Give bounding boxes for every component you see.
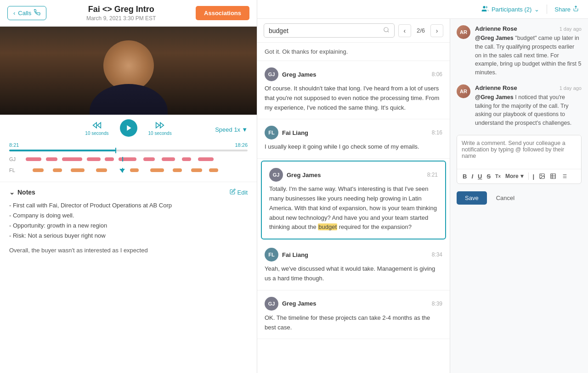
total-time: 18:26	[235, 142, 248, 148]
share-button[interactable]: Share	[554, 6, 579, 13]
gj-label: GJ	[9, 156, 17, 162]
chevron-down-icon: ▼	[242, 126, 248, 133]
transcript-scroll[interactable]: Got it. Ok thanks for explaining. GJ Gre…	[257, 43, 450, 373]
svg-point-7	[384, 28, 388, 32]
associations-button[interactable]: Associations	[196, 6, 249, 20]
participants-button[interactable]: Participants (2) ⌄	[481, 5, 539, 14]
transcript-item-1: GJ Greg James 8:06 Of course. It shouldn…	[257, 61, 450, 119]
svg-marker-1	[97, 122, 101, 128]
fl-seg-6	[150, 168, 164, 172]
avatar-fl-2: FL	[265, 126, 278, 139]
video-area	[0, 27, 257, 115]
progress-thumb	[115, 148, 116, 153]
right-panel: Participants (2) ⌄ Share ‹	[257, 0, 588, 373]
avatar-gj-5: GJ	[265, 297, 278, 311]
transcript-item-2: FL Fai Liang 8:16 I usually keep it goin…	[257, 119, 450, 159]
fl-seg-7	[173, 168, 182, 172]
comment-block-2: AR Adrienne Rose 1 day ago @Greg James I…	[457, 84, 582, 128]
msg-header-5: GJ Greg James 8:39	[265, 297, 442, 311]
cancel-button[interactable]: Cancel	[491, 191, 520, 205]
msg-name-1: Greg James	[282, 71, 428, 78]
gj-seg-1	[26, 157, 42, 161]
next-result-button[interactable]: ›	[430, 24, 443, 37]
search-bar: ‹ 2/6 ›	[257, 19, 450, 43]
gj-track	[21, 157, 248, 161]
highlight-budget: budget	[318, 223, 337, 230]
note-line-4: - Risk: Not a serious buyer right now	[9, 231, 248, 241]
gj-segments	[21, 157, 248, 161]
avatar-gj-3: GJ	[269, 168, 283, 182]
note-overall: Overall, the buyer wasn't as interested …	[9, 245, 248, 256]
plain-message: Got it. Ok thanks for explaining.	[257, 43, 450, 61]
chevron-left-icon: ‹	[13, 10, 15, 17]
notes-header: ⌄ Notes Edit	[9, 189, 248, 196]
chevron-down-icon-notes: ⌄	[9, 189, 15, 196]
speed-button[interactable]: Speed 1x ▼	[215, 126, 248, 133]
chevron-down-icon-participants: ⌄	[534, 6, 539, 13]
call-title: Fai <> Greg Intro	[54, 5, 188, 14]
image-button[interactable]	[537, 172, 547, 180]
list-button[interactable]	[559, 172, 569, 180]
search-input[interactable]	[269, 27, 380, 34]
svg-line-8	[388, 31, 389, 33]
call-title-block: Fai <> Greg Intro March 9, 2021 3:30 PM …	[54, 5, 188, 22]
note-line-3: - Opportunity: growth in a new region	[9, 221, 248, 231]
commenter-name-1: Adrienne Rose	[475, 25, 517, 32]
notes-title: ⌄ Notes	[9, 189, 35, 196]
svg-marker-0	[93, 122, 97, 128]
play-button[interactable]	[120, 119, 137, 137]
fl-seg-1	[33, 168, 44, 172]
phone-icon	[34, 9, 40, 17]
avatar-gj-1: GJ	[265, 67, 278, 81]
comment-textarea[interactable]	[457, 135, 581, 167]
save-button[interactable]: Save	[457, 191, 487, 205]
gj-playhead	[122, 157, 123, 161]
fl-seg-4	[96, 168, 107, 172]
playback-controls: 10 seconds 10 seconds	[85, 119, 171, 137]
comment-body-2: Adrienne Rose 1 day ago @Greg James I no…	[475, 84, 582, 128]
avatar-ar-2: AR	[457, 84, 470, 98]
avatar-fl-4: FL	[265, 248, 278, 262]
msg-header-3: GJ Greg James 8:21	[269, 168, 438, 182]
calls-button[interactable]: ‹ Calls	[7, 6, 46, 20]
avatar-ar-1: AR	[457, 25, 470, 39]
italic-button[interactable]: I	[469, 172, 475, 181]
more-format-button[interactable]: More ▼	[503, 172, 527, 180]
msg-time-2: 8:16	[432, 129, 442, 136]
nav-controls: ‹ 2/6 ›	[398, 24, 443, 37]
link-button[interactable]: |	[531, 172, 536, 181]
fl-track	[21, 168, 248, 173]
right-top-bar: Participants (2) ⌄ Share	[257, 0, 588, 19]
comment-time-1: 1 day ago	[560, 26, 582, 32]
msg-time-3: 8:21	[427, 172, 438, 178]
progress-fill	[9, 150, 116, 151]
share-icon	[573, 6, 579, 13]
forward-button[interactable]: 10 seconds	[148, 121, 172, 136]
msg-time-4: 8:34	[432, 251, 442, 258]
svg-marker-2	[127, 125, 131, 131]
table-button[interactable]	[548, 172, 558, 180]
toolbar-sep-1	[528, 173, 529, 180]
rewind-button[interactable]: 10 seconds	[85, 121, 108, 136]
msg-text-2: I usually keep it going while I go check…	[265, 142, 442, 152]
calls-label: Calls	[18, 10, 31, 17]
transcript-item-4: FL Fai Liang 8:34 Yeah, we've discussed …	[257, 241, 450, 290]
strikethrough-button[interactable]: S	[485, 172, 492, 181]
participants-icon	[481, 5, 489, 14]
gj-seg-10	[198, 157, 214, 161]
bold-button[interactable]: B	[461, 172, 469, 181]
svg-marker-4	[156, 122, 160, 128]
prev-result-button[interactable]: ‹	[398, 24, 411, 37]
fl-seg-2	[53, 168, 62, 172]
underline-button[interactable]: U	[476, 172, 484, 181]
chevron-down-icon-more: ▼	[520, 173, 525, 179]
comment-text-1: @Greg James "budget" came up later in th…	[475, 34, 582, 77]
edit-button[interactable]: Edit	[230, 189, 248, 196]
current-time: 8:21	[9, 142, 19, 148]
msg-name-2: Fai Liang	[282, 129, 428, 136]
clear-format-button[interactable]: Tx	[493, 173, 503, 180]
fl-seg-8	[191, 168, 203, 172]
gj-seg-8	[162, 157, 175, 161]
progress-bar[interactable]	[9, 150, 248, 151]
comment-block-1: AR Adrienne Rose 1 day ago @Greg James "…	[457, 25, 582, 77]
